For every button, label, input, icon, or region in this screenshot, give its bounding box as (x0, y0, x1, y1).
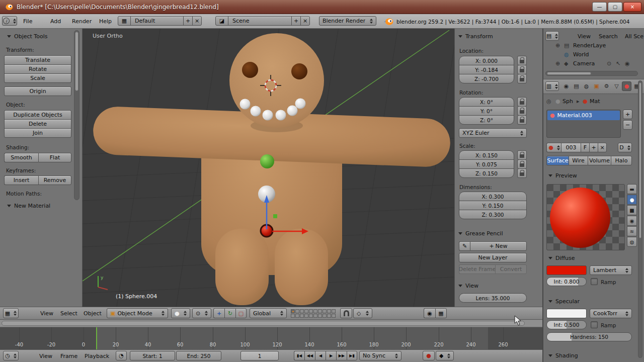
specular-color-swatch[interactable] (546, 309, 587, 318)
toolshelf-scrollbar[interactable] (74, 30, 79, 200)
material-type-volume-button[interactable]: Volume (588, 156, 611, 165)
viewport-3d[interactable]: y User Ortho (1) Sphere.004 (83, 29, 454, 307)
preview-type-hair-button[interactable]: ≋ (627, 226, 637, 236)
remove-keyframe-button[interactable]: Remove (38, 175, 71, 185)
view-panel-header[interactable]: View (458, 283, 478, 289)
layer-toggle-13[interactable] (300, 314, 304, 318)
fake-user-button[interactable]: F (581, 143, 590, 152)
delete-frame-button[interactable]: Delete Frame (459, 264, 495, 274)
delete-button[interactable]: Delete (4, 119, 71, 129)
manipulator-scale-toggle[interactable]: ▢ (235, 308, 247, 318)
rotation-z-field[interactable]: Z: 0° (459, 115, 514, 125)
timeline-scrollbar-strip[interactable] (0, 320, 542, 327)
dimensions-y-field[interactable]: Y: 0.150 (459, 201, 527, 210)
transform-panel-header[interactable]: Transform (458, 33, 493, 40)
lens-field[interactable]: Lens: 35.000 (459, 293, 527, 303)
view3d-menu-view[interactable]: View (40, 310, 53, 317)
outliner-scope-select[interactable]: All Sce (625, 33, 643, 40)
layer-toggle-2[interactable] (295, 309, 299, 313)
layer-toggle-15[interactable] (309, 314, 313, 318)
material-slot-active[interactable]: ● Material.003 (547, 111, 620, 120)
menu-file[interactable]: File (23, 18, 32, 25)
keying-set-select[interactable]: ◆ (436, 351, 454, 360)
duplicate-objects-button[interactable]: Duplicate Objects (4, 110, 71, 120)
properties-scrollbar[interactable] (638, 80, 642, 358)
breadcrumb-object[interactable]: Sph (562, 98, 573, 105)
convert-button[interactable]: Convert (495, 264, 527, 274)
scale-z-lock-button[interactable] (517, 168, 527, 178)
location-x-field[interactable]: X: 0.000 (459, 56, 514, 65)
outliner-menu-search[interactable]: Search (599, 33, 618, 40)
layer-toggle-9[interactable] (327, 309, 331, 313)
outliner-h-scrollbar-thumb[interactable] (547, 72, 591, 75)
opengl-render-anim-button[interactable]: ▦ (435, 308, 447, 318)
material-type-wire-button[interactable]: Wire (569, 156, 588, 165)
rotate-button[interactable]: Rotate (4, 64, 71, 74)
tab-modifiers-icon[interactable]: ⚙ (602, 81, 611, 91)
join-button[interactable]: Join (4, 128, 71, 138)
layer-toggle-10[interactable] (332, 309, 336, 313)
opengl-render-image-button[interactable]: ◉ (424, 308, 435, 318)
next-keyframe-button[interactable]: ▶▶ (336, 351, 347, 360)
jump-to-start-button[interactable]: ▮◀ (294, 351, 304, 360)
minimize-button[interactable]: — (592, 2, 607, 12)
expand-icon[interactable]: ⊕ (555, 42, 560, 49)
close-button[interactable]: × (623, 2, 641, 12)
tab-material-icon[interactable]: ● (622, 81, 631, 91)
material-browse-button[interactable]: ● (546, 143, 561, 152)
tab-object-icon[interactable]: ▣ (592, 81, 601, 91)
scale-y-field[interactable]: Y: 0.075 (459, 159, 514, 169)
preview-range-toggle[interactable]: ◔ (116, 351, 127, 360)
breadcrumb-pin-icon[interactable]: ◎ (546, 98, 551, 105)
view3d-editor-type-button[interactable]: ▦ (3, 308, 19, 318)
scene-browse-button[interactable]: ◪ (215, 16, 228, 26)
outliner-h-scrollbar[interactable] (545, 71, 638, 76)
preview-type-cube-button[interactable]: ■ (627, 205, 637, 215)
shade-smooth-button[interactable]: Smooth (4, 153, 38, 162)
grease-pencil-draw-button[interactable]: ✎ (459, 241, 470, 251)
specular-intensity-slider[interactable]: Int: 0.500 (546, 320, 587, 329)
data-toggle-button[interactable]: D (618, 143, 632, 152)
green-button[interactable] (260, 154, 274, 168)
outliner-item-renderlayer[interactable]: RenderLaye (573, 42, 606, 49)
timeline-menu-view[interactable]: View (39, 353, 52, 359)
rotation-y-field[interactable]: Y: 0° (459, 106, 514, 116)
toolshelf-scrollbar-thumb[interactable] (75, 32, 78, 91)
diffuse-panel-header[interactable]: Diffuse (548, 255, 575, 261)
dimensions-x-field[interactable]: X: 0.300 (459, 192, 527, 201)
layer-toggle-11[interactable] (291, 314, 295, 318)
layer-toggle-1[interactable] (291, 309, 295, 313)
scale-x-lock-button[interactable] (517, 150, 527, 160)
insert-keyframe-button[interactable]: Insert (4, 175, 38, 185)
sync-mode-select[interactable]: No Sync (359, 351, 401, 360)
diffuse-ramp-checkbox[interactable] (591, 278, 598, 285)
layer-toggle-18[interactable] (323, 314, 327, 318)
scale-z-field[interactable]: Z: 0.150 (459, 168, 514, 178)
preview-panel-header[interactable]: Preview (548, 172, 577, 179)
manipulator-rotate-toggle[interactable]: ↻ (224, 308, 235, 318)
menu-render[interactable]: Render (72, 18, 92, 25)
play-reverse-button[interactable]: ◀ (315, 351, 326, 360)
scene-unlink-button[interactable]: × (300, 16, 310, 26)
new-layer-button[interactable]: New Layer (459, 253, 527, 262)
play-button[interactable]: ▶ (326, 351, 336, 360)
current-frame-indicator[interactable] (96, 327, 97, 349)
menu-help[interactable]: Help (99, 18, 112, 25)
tab-object-data-icon[interactable]: ▽ (612, 81, 621, 91)
timeline-editor[interactable]: -40 -20 0 20 40 60 80 100 120 140 160 18… (0, 327, 542, 349)
rotation-mode-select[interactable]: XYZ Euler (459, 128, 527, 138)
outliner-menu-view[interactable]: View (578, 33, 591, 40)
preview-type-world-button[interactable]: ◍ (627, 237, 637, 247)
scale-x-field[interactable]: X: 0.150 (459, 150, 514, 160)
layer-toggle-19[interactable] (327, 314, 331, 318)
snap-element-select[interactable]: ◇ (353, 308, 372, 318)
material-slot-add-button[interactable]: + (623, 110, 632, 119)
shading-panel-header[interactable]: Shading (548, 352, 578, 359)
specular-shader-select[interactable]: CookTorr (590, 309, 632, 318)
layer-toggle-4[interactable] (304, 309, 308, 313)
location-z-field[interactable]: Z: -0.700 (459, 74, 514, 83)
specular-panel-header[interactable]: Specular (548, 298, 580, 305)
layer-toggle-12[interactable] (295, 314, 299, 318)
view3d-menu-object[interactable]: Object (84, 310, 102, 317)
rotation-x-field[interactable]: X: 0° (459, 97, 514, 107)
